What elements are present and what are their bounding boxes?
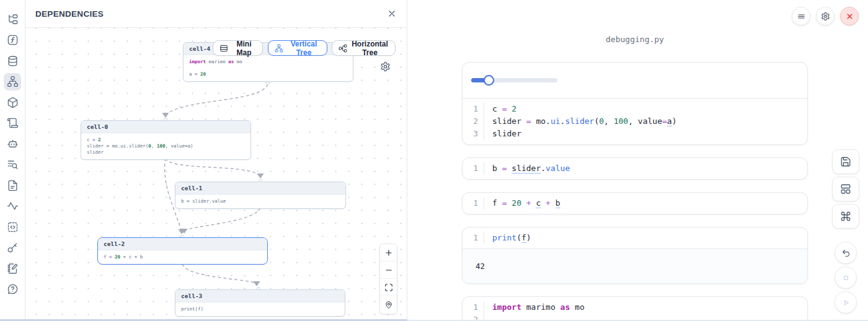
- graph-view-button-horizontal-tree[interactable]: Horizontal Tree: [332, 40, 396, 56]
- graph-node-cell-3[interactable]: cell-3print(f): [175, 289, 345, 317]
- run-icon: [841, 298, 851, 307]
- graph-settings-button[interactable]: [380, 61, 391, 72]
- stop-button[interactable]: [835, 266, 857, 289]
- dependencies-panel: cell-4import marimo as mo a = 20cell-0c …: [25, 0, 407, 321]
- network-icon: [7, 76, 19, 87]
- code-editor[interactable]: 1f = 20 + c + b: [463, 193, 807, 214]
- sidebar-item-scratchpad[interactable]: [4, 260, 21, 277]
- graph-view-button-mini-map[interactable]: Mini Map: [213, 40, 263, 56]
- notebook-area: debugging.py 123c = 2slider = mo.ui.slid…: [407, 0, 868, 321]
- sidebar-item-tracing[interactable]: [4, 198, 21, 215]
- save-button[interactable]: [832, 149, 859, 174]
- graph-node-code: b = slider.value: [175, 195, 345, 208]
- notebook-cell: 1b = slider.value: [462, 157, 808, 180]
- function-icon: [7, 34, 19, 46]
- line-numbers: 1: [463, 162, 484, 175]
- undo-button[interactable]: [835, 242, 857, 264]
- sidebar-item-logs[interactable]: [4, 115, 21, 132]
- code-editor[interactable]: 123c = 2slider = mo.ui.slider(0, 100, va…: [463, 99, 807, 144]
- gear-icon: [821, 12, 830, 21]
- bot-icon: [7, 138, 19, 150]
- notebook-cell: 1f = 20 + c + b: [462, 192, 808, 214]
- notepad-pen-icon: [7, 263, 19, 275]
- helper-sidebar: [0, 0, 25, 321]
- graph-node-code: f = 20 + c + b: [98, 250, 267, 264]
- command-icon: [840, 211, 851, 222]
- graph-node-title: cell-0: [81, 121, 250, 133]
- sidebar-item-documentation[interactable]: [4, 177, 21, 194]
- tree-horizontal-icon: [339, 44, 347, 53]
- dependencies-header: DEPENDENCIES: [25, 0, 407, 28]
- notebook-cell: 123c = 2slider = mo.ui.slider(0, 100, va…: [462, 62, 808, 145]
- graph-node-title: cell-3: [175, 290, 345, 302]
- sidebar-item-functions[interactable]: [4, 32, 21, 49]
- sidebar-item-variables[interactable]: [4, 156, 21, 174]
- graph-node-code: c = 2slider = mo.ui.slider(0, 100, value…: [81, 133, 250, 159]
- sidebar-item-datasources[interactable]: [4, 52, 21, 69]
- list-search-icon: [7, 159, 19, 170]
- panel-title: DEPENDENCIES: [35, 9, 104, 19]
- menu-button[interactable]: [792, 7, 810, 25]
- slider-widget: [471, 75, 557, 86]
- graph-view-label: Vertical Tree: [287, 40, 321, 57]
- save-icon: [840, 156, 851, 167]
- graph-view-button-vertical-tree[interactable]: Vertical Tree: [268, 40, 327, 56]
- package-icon: [7, 97, 19, 108]
- code-editor[interactable]: 12import marimo as mo: [463, 297, 807, 321]
- sidebar-item-file-explorer[interactable]: [4, 11, 21, 28]
- notebook-action-rail: [831, 149, 860, 314]
- layout-panel-button[interactable]: [832, 177, 859, 201]
- code-box-icon: [7, 221, 19, 233]
- notebook-cell: 12import marimo as mo: [462, 296, 808, 321]
- zoom-in-button[interactable]: [380, 244, 397, 262]
- run-button[interactable]: [835, 291, 857, 314]
- rows-icon: [219, 44, 228, 53]
- graph-node-code: print(f): [175, 302, 345, 316]
- graph-node-code: import marimo as mo a = 20: [184, 55, 353, 81]
- notebook-filename: debugging.py: [462, 35, 808, 44]
- database-icon: [7, 55, 19, 67]
- notebook-top-controls: [792, 7, 859, 25]
- shutdown-icon: [845, 12, 854, 21]
- command-button[interactable]: [832, 204, 859, 229]
- code-lines: c = 2slider = mo.ui.slider(0, 100, value…: [484, 103, 807, 140]
- graph-view-label: Horizontal Tree: [351, 40, 389, 57]
- graph-node-cell-0[interactable]: cell-0c = 2slider = mo.ui.slider(0, 100,…: [81, 120, 251, 160]
- graph-view-label: Mini Map: [232, 40, 256, 57]
- sidebar-item-help[interactable]: [4, 281, 21, 298]
- document-icon: [7, 180, 19, 191]
- line-numbers: 123: [463, 103, 484, 140]
- fit-view-icon: [384, 283, 393, 292]
- zoom-out-button[interactable]: [380, 262, 397, 279]
- fit-view-button[interactable]: [380, 279, 397, 296]
- file-tree-icon: [7, 14, 19, 25]
- slider-thumb[interactable]: [484, 75, 494, 86]
- undo-icon: [841, 248, 851, 258]
- code-lines: b = slider.value: [484, 162, 807, 175]
- graph-node-title: cell-1: [175, 182, 345, 195]
- sidebar-item-secrets[interactable]: [4, 239, 21, 257]
- sidebar-item-dependencies[interactable]: [4, 73, 21, 90]
- close-panel-button[interactable]: [387, 9, 397, 19]
- gear-button[interactable]: [816, 7, 835, 25]
- shutdown-button[interactable]: [840, 7, 859, 25]
- graph-node-cell-1[interactable]: cell-1b = slider.value: [175, 182, 346, 209]
- line-numbers: 12: [463, 301, 484, 321]
- sidebar-item-ai-chat[interactable]: [4, 135, 21, 152]
- code-editor[interactable]: 1b = slider.value: [463, 158, 807, 179]
- line-numbers: 1: [463, 197, 484, 209]
- sidebar-item-snippets[interactable]: [4, 218, 21, 235]
- notebook-cell: 1print(f)42: [462, 227, 808, 284]
- zoom-out-icon: [384, 266, 393, 275]
- cell-output-slider: [463, 63, 807, 99]
- graph-node-title: cell-2: [98, 238, 267, 250]
- graph-node-cell-2[interactable]: cell-2f = 20 + c + b: [97, 237, 268, 265]
- code-lines: f = 20 + c + b: [484, 197, 807, 209]
- menu-icon: [797, 12, 806, 21]
- app-window: cell-4import marimo as mo a = 20cell-0c …: [0, 0, 868, 321]
- line-numbers: 1: [463, 232, 484, 244]
- sidebar-item-packages[interactable]: [4, 94, 21, 111]
- code-editor[interactable]: 1print(f): [463, 227, 807, 248]
- scroll-icon: [7, 117, 19, 129]
- locate-pin-button[interactable]: [380, 296, 397, 314]
